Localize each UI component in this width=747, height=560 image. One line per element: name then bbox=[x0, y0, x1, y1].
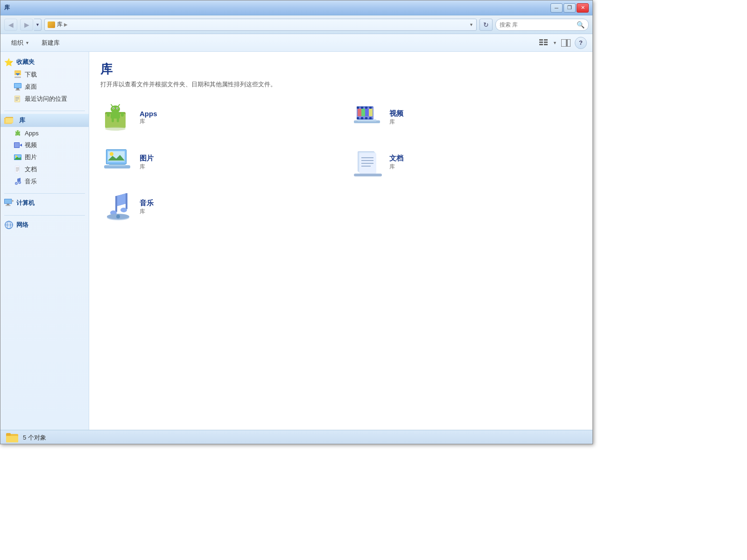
preview-pane-button[interactable] bbox=[559, 37, 573, 49]
statusbar-folder-icon bbox=[6, 432, 19, 443]
music-icon bbox=[103, 192, 133, 222]
restore-button[interactable]: ❐ bbox=[564, 3, 576, 13]
sidebar-item-music[interactable]: 音乐 bbox=[0, 175, 89, 188]
download-icon bbox=[14, 70, 22, 79]
svg-rect-73 bbox=[117, 118, 119, 122]
download-label: 下载 bbox=[25, 70, 37, 79]
libraries-label: 库 bbox=[19, 116, 25, 125]
close-button[interactable]: ✕ bbox=[577, 3, 589, 13]
folder-icon bbox=[48, 21, 55, 28]
svg-rect-19 bbox=[15, 98, 19, 99]
computer-icon bbox=[4, 198, 14, 208]
lib-item-music[interactable]: 音乐 库 bbox=[100, 189, 331, 225]
view-toggle-button[interactable] bbox=[537, 37, 551, 49]
sidebar-network-header[interactable]: 网络 bbox=[0, 218, 89, 231]
help-button[interactable]: ? bbox=[575, 37, 587, 49]
svg-rect-106 bbox=[354, 174, 382, 176]
svg-line-68 bbox=[118, 105, 120, 106]
music-sidebar-icon bbox=[14, 177, 22, 186]
svg-rect-11 bbox=[14, 77, 21, 78]
svg-rect-91 bbox=[358, 119, 376, 121]
toolbar: 组织 ▼ 新建库 ▼ ? bbox=[0, 34, 592, 52]
lib-item-apps[interactable]: Apps 库 bbox=[100, 100, 331, 135]
svg-rect-4 bbox=[544, 42, 548, 43]
search-bar[interactable]: 🔍 bbox=[495, 19, 589, 31]
svg-rect-84 bbox=[369, 117, 372, 119]
sidebar-favorites-header[interactable]: ⭐ 收藏夹 bbox=[0, 56, 89, 69]
svg-rect-50 bbox=[7, 204, 9, 205]
network-label: 网络 bbox=[16, 221, 28, 229]
sidebar-item-download[interactable]: 下载 bbox=[0, 69, 89, 81]
docs-name: 文档 bbox=[389, 154, 403, 163]
preview-pane-icon bbox=[561, 39, 571, 47]
libraries-icon bbox=[4, 116, 14, 125]
sidebar-item-pictures[interactable]: 图片 bbox=[0, 151, 89, 163]
refresh-button[interactable]: ↻ bbox=[479, 19, 493, 31]
view-arrow[interactable]: ▼ bbox=[553, 41, 557, 45]
svg-rect-81 bbox=[357, 117, 359, 119]
sidebar-item-desktop[interactable]: 桌面 bbox=[0, 81, 89, 93]
docs-icon bbox=[353, 147, 383, 177]
svg-rect-79 bbox=[365, 106, 367, 109]
apps-name: Apps bbox=[140, 110, 157, 118]
pictures-type: 库 bbox=[140, 163, 154, 171]
recent-icon bbox=[14, 95, 22, 103]
sidebar-item-apps[interactable]: Apps bbox=[0, 127, 89, 139]
video-info: 视频 库 bbox=[389, 109, 403, 126]
view-grid-icon bbox=[539, 39, 549, 47]
svg-rect-89 bbox=[369, 109, 373, 116]
sidebar-computer-header[interactable]: 计算机 bbox=[0, 196, 89, 210]
forward-button[interactable]: ▶ bbox=[20, 19, 33, 31]
pictures-name: 图片 bbox=[140, 154, 154, 163]
svg-point-46 bbox=[15, 182, 17, 184]
svg-rect-6 bbox=[561, 39, 566, 47]
desktop-label: 桌面 bbox=[25, 83, 37, 91]
statusbar-count: 5 个对象 bbox=[23, 434, 46, 442]
address-dropdown-arrow[interactable]: ▼ bbox=[469, 22, 473, 27]
lib-item-docs[interactable]: 文档 库 bbox=[350, 145, 581, 180]
svg-rect-2 bbox=[539, 44, 543, 45]
svg-point-74 bbox=[105, 127, 126, 131]
search-input[interactable] bbox=[500, 21, 575, 28]
sidebar-sep-2 bbox=[4, 193, 85, 194]
sidebar-sep-3 bbox=[4, 215, 85, 216]
new-library-button[interactable]: 新建库 bbox=[36, 36, 65, 49]
svg-point-66 bbox=[117, 108, 118, 109]
pictures-sidebar-label: 图片 bbox=[25, 153, 37, 161]
docs-type: 库 bbox=[389, 163, 403, 171]
organize-button[interactable]: 组织 ▼ bbox=[6, 36, 35, 49]
svg-rect-0 bbox=[539, 39, 543, 41]
nav-dropdown-button[interactable]: ▼ bbox=[34, 19, 42, 31]
minimize-button[interactable]: ─ bbox=[550, 3, 563, 13]
apps-sidebar-label: Apps bbox=[25, 130, 39, 137]
video-name: 视频 bbox=[389, 109, 403, 118]
lib-item-pictures[interactable]: 图片 库 bbox=[100, 145, 331, 180]
desktop-icon bbox=[14, 83, 22, 91]
sidebar-libraries-header[interactable]: 库 bbox=[0, 114, 89, 127]
titlebar-title: 库 bbox=[4, 4, 550, 12]
video-icon bbox=[353, 103, 383, 133]
svg-rect-70 bbox=[107, 112, 110, 117]
svg-point-62 bbox=[111, 105, 120, 113]
video-sidebar-icon bbox=[14, 141, 22, 149]
sidebar-item-video[interactable]: 视频 bbox=[0, 139, 89, 151]
address-bar[interactable]: 库 ▶ ▼ bbox=[44, 19, 477, 31]
music-sidebar-label: 音乐 bbox=[25, 177, 37, 186]
back-button[interactable]: ◀ bbox=[4, 19, 17, 31]
favorites-label: 收藏夹 bbox=[16, 58, 35, 66]
svg-rect-28 bbox=[15, 133, 17, 136]
svg-rect-3 bbox=[544, 39, 548, 41]
svg-rect-14 bbox=[16, 88, 19, 90]
address-lib-label: 库 bbox=[57, 21, 63, 28]
sidebar: ⭐ 收藏夹 下载 bbox=[0, 52, 89, 430]
svg-point-26 bbox=[16, 131, 17, 132]
lib-item-video[interactable]: 视频 库 bbox=[350, 100, 581, 135]
svg-rect-86 bbox=[358, 109, 361, 116]
network-icon bbox=[4, 220, 14, 230]
svg-rect-20 bbox=[15, 100, 18, 101]
svg-rect-29 bbox=[19, 133, 21, 136]
sidebar-item-recent[interactable]: 最近访问的位置 bbox=[0, 93, 89, 105]
sidebar-item-docs[interactable]: 文档 bbox=[0, 163, 89, 175]
apps-info: Apps 库 bbox=[140, 110, 157, 126]
apps-sidebar-icon bbox=[14, 129, 22, 137]
